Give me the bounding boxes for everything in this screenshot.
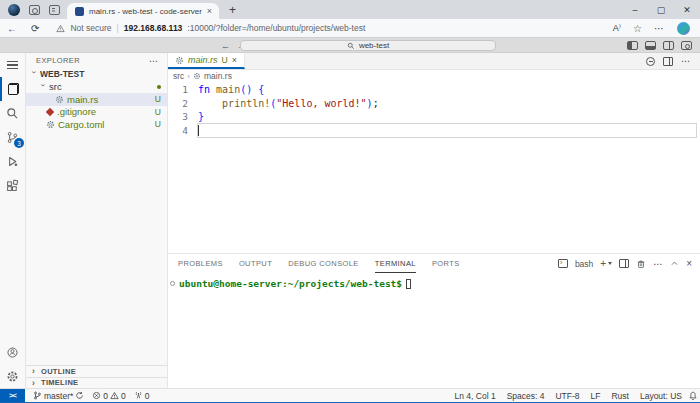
untracked-badge: U	[155, 107, 161, 117]
split-terminal-icon[interactable]	[619, 259, 629, 268]
tree-item-main-rs[interactable]: main.rsU	[26, 93, 167, 106]
tree-item-label: main.rs	[67, 94, 152, 105]
code-line-4[interactable]: 4	[168, 124, 700, 138]
back-icon[interactable]: ←	[0, 23, 24, 34]
address-divider: |	[117, 23, 119, 33]
close-window-button[interactable]: ✕	[674, 0, 700, 19]
status-item-lf[interactable]: LF	[591, 391, 601, 401]
tree-item-label: WEB-TEST	[40, 69, 161, 79]
tree-item-src[interactable]: ›src	[26, 81, 167, 94]
new-tab-button[interactable]: +	[229, 4, 236, 16]
status-item-spaces-4[interactable]: Spaces: 4	[507, 391, 545, 401]
tree-item-cargo-toml[interactable]: Cargo.tomlU	[26, 118, 167, 131]
favorite-star-icon[interactable]: ☆	[633, 23, 642, 34]
new-terminal-button[interactable]: +	[600, 259, 612, 269]
timeline-section-header[interactable]: › TIMELINE	[26, 377, 167, 389]
terminal[interactable]: ubuntu@home-server:~/projects/web-test$	[168, 273, 700, 289]
panel-tab-ports[interactable]: PORTS	[432, 254, 460, 273]
extensions-view-button[interactable]	[0, 173, 25, 197]
toggle-primary-sidebar-icon[interactable]	[627, 41, 638, 50]
panel-tab-debug-console[interactable]: DEBUG CONSOLE	[288, 254, 359, 273]
panel-header: PROBLEMSOUTPUTDEBUG CONSOLETERMINALPORTS…	[168, 254, 700, 273]
code-line-2[interactable]: 2 println!("Hello, world!");	[168, 97, 700, 111]
ports-status-item[interactable]: 0	[134, 391, 150, 401]
tree-item-web-test[interactable]: ›WEB-TEST	[26, 68, 167, 81]
notifications-button[interactable]	[688, 391, 700, 401]
split-editor-icon[interactable]	[663, 57, 673, 66]
toggle-secondary-sidebar-icon[interactable]	[663, 41, 674, 50]
trash-icon[interactable]	[636, 259, 646, 269]
line-content: }	[198, 110, 696, 124]
editor-tab-main-rs[interactable]: main.rs U ×	[168, 53, 245, 69]
toggle-panel-icon[interactable]	[645, 41, 656, 50]
status-bar: >< master* 0 0 0 Ln 4, Col 1Spaces: 4UTF…	[0, 388, 700, 402]
minimize-button[interactable]: –	[622, 0, 648, 19]
code-line-1[interactable]: 1fn main() {	[168, 83, 700, 97]
history-back-icon[interactable]: ←	[221, 41, 230, 51]
status-item-layout-us[interactable]: Layout: US	[640, 391, 682, 401]
editor-more-actions-icon[interactable]: ⋯	[681, 56, 691, 66]
search-view-button[interactable]	[0, 101, 25, 125]
untracked-badge: U	[155, 119, 161, 129]
sync-icon	[75, 391, 84, 400]
vscode-titlebar: ← → web-test	[0, 38, 700, 53]
gear-file-icon	[55, 95, 64, 104]
warning-count: 0	[121, 391, 126, 401]
url-host: 192.168.68.113	[124, 23, 183, 33]
address-bar[interactable]: Not secure | 192.168.68.113:10000/?folde…	[56, 23, 612, 33]
code-editor[interactable]: 1fn main() {2 println!("Hello, world!");…	[168, 82, 700, 137]
command-center-search[interactable]: web-test	[240, 40, 496, 51]
chevron-down-icon	[608, 262, 612, 265]
tab-close-icon[interactable]: ×	[207, 7, 212, 16]
panel-tab-problems[interactable]: PROBLEMS	[178, 254, 223, 273]
hamburger-icon	[7, 61, 18, 69]
shell-label[interactable]: bash	[575, 259, 593, 269]
customize-layout-icon[interactable]	[681, 41, 692, 50]
account-icon	[6, 346, 19, 359]
copilot-icon[interactable]	[677, 22, 690, 35]
run-debug-icon	[6, 155, 19, 168]
files-icon	[8, 83, 19, 95]
browser-menu-icon[interactable]: ⋯	[654, 23, 665, 34]
url-path: :10000/?folder=/home/ubuntu/projects/web…	[187, 23, 365, 33]
explorer-more-actions-icon[interactable]: ⋯	[149, 56, 159, 66]
branch-status-item[interactable]: master*	[33, 391, 84, 401]
tab-close-icon[interactable]: ×	[232, 55, 237, 65]
code-line-3[interactable]: 3}	[168, 110, 700, 124]
close-panel-icon[interactable]: ×	[686, 258, 692, 269]
tree-item--gitignore[interactable]: .gitignoreU	[26, 106, 167, 119]
outline-section-header[interactable]: › OUTLINE	[26, 365, 167, 377]
manage-button[interactable]	[0, 364, 25, 388]
problems-status-item[interactable]: 0 0	[92, 391, 125, 401]
breadcrumb-src[interactable]: src	[173, 71, 184, 81]
browser-globe-icon[interactable]	[8, 4, 20, 16]
read-aloud-icon[interactable]: A⁾	[613, 23, 621, 33]
status-item-ln-4-col-1[interactable]: Ln 4, Col 1	[455, 391, 496, 401]
file-tree: ›WEB-TEST›srcmain.rsU.gitignoreUCargo.to…	[26, 68, 167, 131]
outline-label: OUTLINE	[41, 367, 76, 376]
explorer-sidebar: EXPLORER ⋯ ›WEB-TEST›srcmain.rsU.gitigno…	[26, 53, 168, 388]
panel-tab-output[interactable]: OUTPUT	[239, 254, 272, 273]
chevron-right-icon: ›	[32, 366, 38, 376]
panel-more-actions-icon[interactable]: ⋯	[653, 259, 663, 269]
run-debug-view-button[interactable]	[0, 149, 25, 173]
line-number: 3	[168, 110, 188, 124]
breadcrumb-file[interactable]: main.rs	[204, 71, 232, 81]
open-changes-icon[interactable]	[646, 57, 655, 66]
browser-tab[interactable]: main.rs - web-test - code-server ×	[67, 3, 219, 19]
workspaces-icon[interactable]	[29, 5, 40, 15]
source-control-view-button[interactable]: 3	[0, 125, 25, 149]
remote-indicator[interactable]: ><	[0, 389, 25, 402]
account-button[interactable]	[0, 340, 25, 364]
status-item-utf-8[interactable]: UTF-8	[555, 391, 579, 401]
menu-button[interactable]	[0, 53, 25, 77]
git-branch-icon	[33, 391, 42, 400]
vertical-tabs-icon[interactable]	[49, 5, 60, 15]
status-item-rust[interactable]: Rust	[611, 391, 628, 401]
explorer-view-button[interactable]	[0, 77, 25, 101]
maximize-button[interactable]: ▢	[648, 0, 674, 19]
refresh-icon[interactable]: ⟳	[24, 23, 46, 34]
scm-badge: 3	[14, 138, 24, 148]
panel-tab-terminal[interactable]: TERMINAL	[375, 254, 416, 273]
maximize-panel-icon[interactable]	[670, 259, 679, 268]
